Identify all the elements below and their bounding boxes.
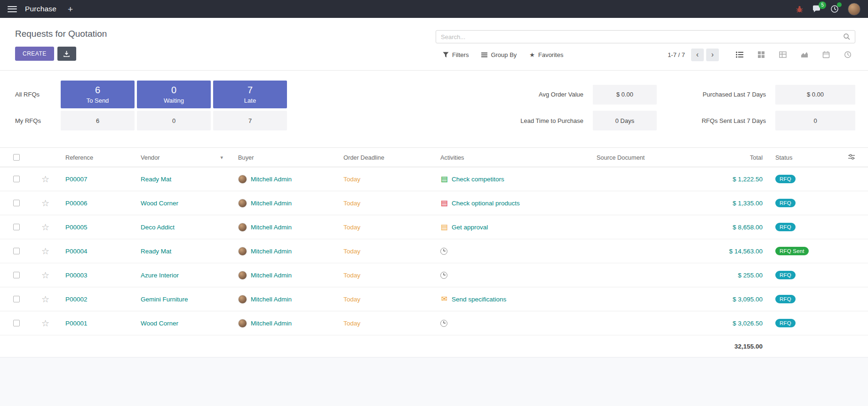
vendor-link[interactable]: Wood Corner <box>141 320 178 327</box>
buyer-link[interactable]: Mitchell Admin <box>251 200 292 207</box>
favorites-button[interactable]: ★ Favorites <box>529 51 563 58</box>
activities-clock-icon[interactable] <box>830 5 839 13</box>
favorite-star-icon[interactable]: ☆ <box>41 319 49 328</box>
buyer-link[interactable]: Mitchell Admin <box>251 296 292 303</box>
footer-total: 32,155.00 <box>688 343 769 350</box>
column-header-order-deadline[interactable]: Order Deadline <box>336 154 433 161</box>
table-row[interactable]: ☆ P00005 Deco Addict Mitchell Admin Toda… <box>0 215 868 239</box>
my-late-count[interactable]: 7 <box>213 111 287 130</box>
row-checkbox[interactable] <box>13 248 20 254</box>
favorite-star-icon[interactable]: ☆ <box>41 199 49 208</box>
reference-link[interactable]: P00006 <box>65 200 88 207</box>
graph-view-icon[interactable] <box>797 49 812 61</box>
activity-cell[interactable]: Check optional products <box>433 199 589 207</box>
row-checkbox[interactable] <box>13 200 20 206</box>
pager-next-button[interactable]: › <box>706 49 719 61</box>
column-header-activities[interactable]: Activities <box>433 154 589 161</box>
favorite-star-icon[interactable]: ☆ <box>41 295 49 304</box>
buyer-link[interactable]: Mitchell Admin <box>251 224 292 231</box>
vendor-link[interactable]: Ready Mat <box>141 248 171 255</box>
row-checkbox[interactable] <box>13 272 20 278</box>
card-waiting[interactable]: 0 Waiting <box>137 81 211 108</box>
vendor-link[interactable]: Azure Interior <box>141 272 179 279</box>
activity-cell[interactable]: Check competitors <box>433 175 589 183</box>
favorite-star-icon[interactable]: ☆ <box>41 175 49 184</box>
activity-label[interactable]: Get approval <box>452 224 488 231</box>
debug-bug-icon[interactable] <box>796 5 804 13</box>
activity-envelope-icon[interactable] <box>440 295 448 303</box>
messages-icon[interactable]: 5 <box>812 5 821 13</box>
activity-clock-icon[interactable] <box>440 272 447 279</box>
filters-button[interactable]: Filters <box>443 51 469 58</box>
vendor-link[interactable]: Gemini Furniture <box>141 296 188 303</box>
activity-clock-icon[interactable] <box>440 320 447 327</box>
buyer-link[interactable]: Mitchell Admin <box>251 248 292 255</box>
activity-type-icon[interactable] <box>440 223 448 231</box>
buyer-link[interactable]: Mitchell Admin <box>251 320 292 327</box>
pager-previous-button[interactable]: ‹ <box>691 49 704 61</box>
row-checkbox[interactable] <box>13 320 20 326</box>
optional-columns-icon[interactable] <box>848 153 855 162</box>
activity-cell[interactable] <box>433 320 589 327</box>
activity-clock-icon[interactable] <box>440 248 447 255</box>
activity-cell[interactable] <box>433 272 589 279</box>
favorite-star-icon[interactable]: ☆ <box>41 271 49 280</box>
table-row[interactable]: ☆ P00007 Ready Mat Mitchell Admin Today … <box>0 167 868 191</box>
activity-view-icon[interactable] <box>840 49 855 61</box>
row-checkbox[interactable] <box>13 296 20 302</box>
app-name[interactable]: Purchase <box>25 5 56 13</box>
table-row[interactable]: ☆ P00002 Gemini Furniture Mitchell Admin… <box>0 287 868 311</box>
activity-cell[interactable]: Send specifications <box>433 295 589 303</box>
column-header-status[interactable]: Status <box>769 154 835 161</box>
activity-type-icon[interactable] <box>440 199 448 207</box>
vendor-link[interactable]: Deco Addict <box>141 224 175 231</box>
vendor-link[interactable]: Ready Mat <box>141 176 171 183</box>
search-icon[interactable] <box>843 33 851 41</box>
my-to-send-count[interactable]: 6 <box>61 111 135 130</box>
column-header-buyer[interactable]: Buyer <box>231 154 336 161</box>
activity-type-icon[interactable] <box>440 175 448 183</box>
activity-cell[interactable] <box>433 248 589 255</box>
card-late[interactable]: 7 Late <box>213 81 287 108</box>
activity-label[interactable]: Send specifications <box>452 296 506 303</box>
export-button[interactable] <box>57 47 76 61</box>
card-to-send[interactable]: 6 To Send <box>61 81 135 108</box>
row-checkbox[interactable] <box>13 224 20 230</box>
buyer-link[interactable]: Mitchell Admin <box>251 272 292 279</box>
row-checkbox[interactable] <box>13 176 20 182</box>
table-row[interactable]: ☆ P00004 Ready Mat Mitchell Admin Today … <box>0 239 868 263</box>
favorite-star-icon[interactable]: ☆ <box>41 247 49 256</box>
table-row[interactable]: ☆ P00006 Wood Corner Mitchell Admin Toda… <box>0 191 868 215</box>
reference-link[interactable]: P00002 <box>65 296 88 303</box>
reference-link[interactable]: P00007 <box>65 176 88 183</box>
activity-label[interactable]: Check competitors <box>452 176 504 183</box>
table-row[interactable]: ☆ P00001 Wood Corner Mitchell Admin Toda… <box>0 311 868 335</box>
reference-link[interactable]: P00003 <box>65 272 88 279</box>
activity-label[interactable]: Check optional products <box>452 200 520 207</box>
search-input[interactable] <box>436 33 843 41</box>
reference-link[interactable]: P00005 <box>65 224 88 231</box>
apps-menu-icon[interactable] <box>8 6 17 12</box>
list-view-icon[interactable] <box>732 49 747 61</box>
pivot-view-icon[interactable] <box>775 49 790 61</box>
favorite-star-icon[interactable]: ☆ <box>41 223 49 232</box>
column-header-reference[interactable]: Reference <box>58 154 133 161</box>
search-box[interactable] <box>436 30 855 43</box>
column-header-vendor[interactable]: Vendor▾ <box>133 154 231 161</box>
create-button[interactable]: CREATE <box>15 47 54 61</box>
select-all-checkbox[interactable] <box>13 154 20 161</box>
kanban-view-icon[interactable] <box>754 49 769 61</box>
navbar-plus-icon[interactable]: + <box>68 5 73 14</box>
my-waiting-count[interactable]: 0 <box>137 111 211 130</box>
group-by-button[interactable]: Group By <box>481 51 517 58</box>
reference-link[interactable]: P00004 <box>65 248 88 255</box>
vendor-link[interactable]: Wood Corner <box>141 200 178 207</box>
buyer-link[interactable]: Mitchell Admin <box>251 176 292 183</box>
reference-link[interactable]: P00001 <box>65 320 88 327</box>
column-header-source-document[interactable]: Source Document <box>589 154 688 161</box>
activity-cell[interactable]: Get approval <box>433 223 589 231</box>
table-row[interactable]: ☆ P00003 Azure Interior Mitchell Admin T… <box>0 263 868 287</box>
user-avatar[interactable] <box>848 3 860 16</box>
column-header-total[interactable]: Total <box>688 154 769 161</box>
calendar-view-icon[interactable] <box>819 49 834 61</box>
